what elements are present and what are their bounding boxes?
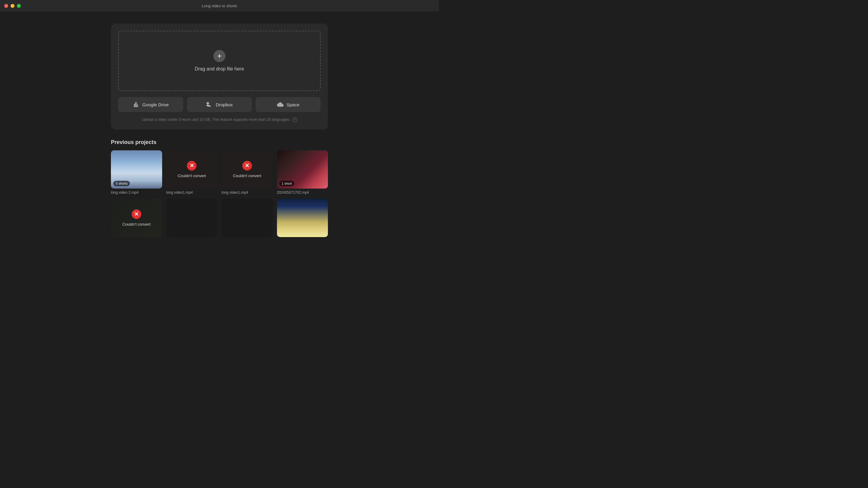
error-icon: ✕ bbox=[187, 161, 196, 170]
space-cloud-icon bbox=[277, 101, 284, 108]
project-card[interactable] bbox=[221, 199, 273, 239]
maximize-button[interactable] bbox=[17, 4, 21, 8]
main-content: + Drag and drop file here Google Drive bbox=[0, 11, 439, 245]
project-card[interactable]: 5 shorts long video 2.mp4 bbox=[111, 150, 162, 195]
error-text: Couldn't convert bbox=[122, 222, 151, 227]
project-thumbnail bbox=[277, 199, 328, 237]
upload-note: Upload a video under 3 hours and 10 GB. … bbox=[118, 118, 321, 122]
project-card[interactable]: 1 short 202405071702.mp4 bbox=[277, 150, 328, 195]
dropbox-button[interactable]: Dropbox bbox=[187, 97, 252, 112]
error-overlay: ✕ Couldn't convert bbox=[221, 150, 273, 189]
project-thumbnail: ✕ Couldn't convert bbox=[166, 150, 218, 189]
space-button[interactable]: Space bbox=[255, 97, 321, 112]
shorts-badge: 1 short bbox=[279, 181, 294, 186]
error-text: Couldn't convert bbox=[178, 173, 206, 178]
google-drive-icon bbox=[133, 101, 139, 108]
error-overlay: ✕ Couldn't convert bbox=[111, 199, 162, 237]
dropbox-icon bbox=[206, 101, 213, 108]
project-card[interactable] bbox=[166, 199, 218, 239]
project-card[interactable]: ✕ Couldn't convert bbox=[111, 199, 162, 239]
space-label: Space bbox=[287, 102, 300, 107]
project-card[interactable] bbox=[277, 199, 328, 239]
close-button[interactable] bbox=[4, 4, 8, 8]
error-text: Couldn't convert bbox=[233, 173, 261, 178]
project-thumbnail: 1 short bbox=[277, 150, 328, 189]
project-name: 202405071702.mp4 bbox=[277, 190, 328, 195]
drop-zone[interactable]: + Drag and drop file here bbox=[118, 31, 321, 91]
project-card[interactable]: ✕ Couldn't convert long video1.mp4 bbox=[221, 150, 273, 195]
window-title: Long video to shorts bbox=[202, 4, 237, 8]
shorts-badge: 5 shorts bbox=[113, 181, 130, 186]
project-name: long video1.mp4 bbox=[166, 190, 218, 195]
error-icon: ✕ bbox=[242, 161, 252, 170]
error-icon: ✕ bbox=[132, 209, 141, 219]
help-icon[interactable]: ? bbox=[292, 118, 297, 122]
project-card[interactable]: ✕ Couldn't convert long video1.mp4 bbox=[166, 150, 218, 195]
project-name: long video 2.mp4 bbox=[111, 190, 162, 195]
project-thumbnail bbox=[166, 199, 218, 237]
previous-projects-section: Previous projects 5 shorts long video 2.… bbox=[111, 139, 328, 239]
minimize-button[interactable] bbox=[10, 4, 14, 8]
source-buttons: Google Drive Dropbox Space bbox=[118, 97, 321, 112]
project-thumbnail: ✕ Couldn't convert bbox=[221, 150, 273, 189]
drop-zone-label: Drag and drop file here bbox=[195, 66, 244, 72]
project-thumbnail bbox=[221, 199, 273, 237]
google-drive-button[interactable]: Google Drive bbox=[118, 97, 183, 112]
project-thumbnail: 5 shorts bbox=[111, 150, 162, 189]
error-overlay: ✕ Couldn't convert bbox=[166, 150, 218, 189]
project-name: long video1.mp4 bbox=[221, 190, 273, 195]
upload-panel: + Drag and drop file here Google Drive bbox=[111, 24, 328, 130]
previous-projects-title: Previous projects bbox=[111, 139, 328, 145]
add-file-icon: + bbox=[213, 50, 225, 62]
dropbox-label: Dropbox bbox=[216, 102, 233, 107]
projects-grid: 5 shorts long video 2.mp4 ✕ Couldn't con… bbox=[111, 150, 328, 239]
title-bar: Long video to shorts bbox=[0, 0, 439, 11]
google-drive-label: Google Drive bbox=[142, 102, 169, 107]
traffic-lights bbox=[4, 4, 21, 8]
project-thumbnail: ✕ Couldn't convert bbox=[111, 199, 162, 237]
